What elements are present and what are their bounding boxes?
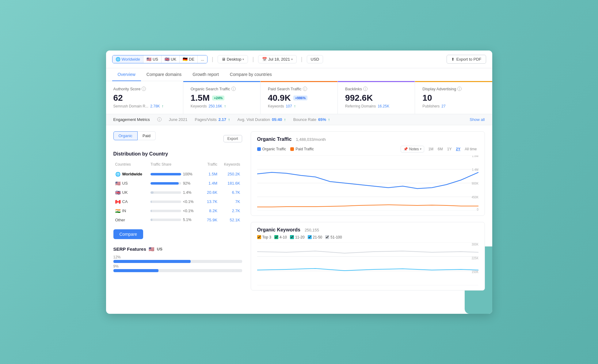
bar-cell: <0.1% <box>149 206 203 216</box>
toolbar: 🌐 Worldwide 🇺🇸 US 🇬🇧 UK 🇩🇪 DE ... | 🖥 D <box>106 51 492 68</box>
svg-text:150K: 150K <box>471 270 478 273</box>
organic-keywords-chart-section: Organic Keywords 250,155 Top 3 4-10 11-2… <box>251 222 485 291</box>
col-countries: Countries <box>113 161 149 170</box>
display-advertising-value: 10 <box>422 93 485 103</box>
worldwide-label: Worldwide <box>122 57 140 62</box>
organic-dot <box>257 147 261 151</box>
ok-4-10: 4-10 <box>274 235 287 239</box>
serp-pct-2: 9% <box>113 264 242 268</box>
globe-icon: 🌐 <box>116 57 120 62</box>
currency-label: USD <box>311 57 319 62</box>
backlinks-info-icon[interactable]: i <box>363 87 368 91</box>
ok-51-100-checkbox[interactable] <box>325 235 329 239</box>
us-flag: 🇺🇸 <box>147 57 151 62</box>
country-name: IN <box>122 208 126 213</box>
currency-selector[interactable]: USD <box>307 55 323 63</box>
chevron-icon: ▾ <box>242 58 244 61</box>
compare-button[interactable]: Compare <box>113 229 143 239</box>
notes-button[interactable]: 📌 Notes ▾ <box>401 146 424 152</box>
date-selector[interactable]: 📅 Jul 18, 2021 ▾ <box>258 55 297 63</box>
country-name: Other <box>115 218 125 222</box>
organic-keywords-svg: 300K 225K 150K <box>257 242 478 285</box>
svg-text:900K: 900K <box>471 182 478 185</box>
keywords-cell: 6.7K <box>219 188 242 197</box>
chart-legend: Organic Traffic Paid Traffic <box>257 147 314 151</box>
dist-table-row: 🇬🇧UK1.4%20.6K6.7K <box>113 188 242 197</box>
filter-de[interactable]: 🇩🇪 DE <box>180 55 198 63</box>
svg-text:1.8M: 1.8M <box>472 156 478 158</box>
organic-keywords-svg-wrap: 300K 225K 150K <box>257 242 478 285</box>
display-advertising-label: Display Advertising i <box>422 87 485 91</box>
filter-uk[interactable]: 🇬🇧 UK <box>162 55 180 63</box>
tab-compare-countries[interactable]: Compare by countries <box>224 68 277 81</box>
paid-info-icon[interactable]: i <box>303 87 307 91</box>
bar-cell: 1.4% <box>149 188 203 197</box>
engagement-bar: Engagement Metrics i June 2021 Pages/Vis… <box>106 114 492 125</box>
ok-21-50-checkbox[interactable] <box>308 235 312 239</box>
tab-compare-domains[interactable]: Compare domains <box>141 68 187 81</box>
nav-tabs: Overview Compare domains Growth report C… <box>106 68 492 81</box>
svg-text:225K: 225K <box>471 256 478 260</box>
filter-group: 🌐 Worldwide 🇺🇸 US 🇬🇧 UK 🇩🇪 DE ... <box>112 55 208 63</box>
country-name: Worldwide <box>122 172 142 176</box>
dist-table-row: 🇺🇸US92%1.4M181.6K <box>113 179 242 188</box>
device-selector[interactable]: 🖥 Desktop ▾ <box>218 55 248 63</box>
metric-backlinks: Backlinks i 992.6K Referring Domains 16.… <box>338 81 415 114</box>
us-label: US <box>153 57 158 62</box>
ok-4-10-checkbox[interactable] <box>274 235 278 239</box>
ok-legend: Top 3 4-10 11-20 21-50 <box>257 235 478 239</box>
avg-visit-metric: Avg. Visit Duration 05:40 ↑ <box>238 117 286 122</box>
filter-us[interactable]: 🇺🇸 US <box>143 55 162 63</box>
paid-badge: +986% <box>293 96 308 100</box>
ok-top3-checkbox[interactable] <box>257 235 261 239</box>
time-6m[interactable]: 6M <box>436 146 444 152</box>
dist-table-row: 🇮🇳IN<0.1%8.2K2.7K <box>113 206 242 216</box>
country-cell: 🇮🇳IN <box>113 206 149 216</box>
show-all-link[interactable]: Show all <box>470 117 485 122</box>
serp-header: SERP Features 🇺🇸 US <box>113 246 242 252</box>
country-cell: 🇺🇸US <box>113 179 149 188</box>
left-panel: Organic Paid Export Distribution by Coun… <box>113 131 242 297</box>
col-traffic: Traffic <box>203 161 219 170</box>
organic-info-icon[interactable]: i <box>231 87 236 91</box>
country-name: UK <box>122 190 128 195</box>
main-card: 🌐 Worldwide 🇺🇸 US 🇬🇧 UK 🇩🇪 DE ... | 🖥 D <box>106 51 492 314</box>
right-panel: Organic Traffic 1,488,033/month Organic … <box>251 131 485 297</box>
ok-11-20-checkbox[interactable] <box>290 235 294 239</box>
time-1m[interactable]: 1M <box>427 146 435 152</box>
tab-paid[interactable]: Paid <box>138 131 156 140</box>
time-1y[interactable]: 1Y <box>446 146 453 152</box>
legend-paid: Paid Traffic <box>290 147 314 151</box>
country-cell: 🌐Worldwide <box>113 170 149 179</box>
distribution-table: Countries Traffic Share Traffic Keywords… <box>113 161 242 224</box>
display-info-icon[interactable]: i <box>457 87 462 91</box>
engagement-info-icon[interactable]: i <box>157 117 162 122</box>
export-pdf-button[interactable]: ⬆ Export to PDF <box>447 55 486 64</box>
de-flag: 🇩🇪 <box>183 57 188 62</box>
organic-search-label: Organic Search Traffic i <box>191 87 253 91</box>
chart-controls: 📌 Notes ▾ 1M 6M 1Y 2Y All time <box>401 146 478 152</box>
organic-keywords-count: 250,155 <box>305 228 319 232</box>
filter-more[interactable]: ... <box>198 55 207 63</box>
country-cell: 🇨🇦CA <box>113 197 149 206</box>
organic-paid-tabs: Organic Paid <box>113 131 156 140</box>
export-button[interactable]: Export <box>223 135 242 142</box>
pages-visits-metric: Pages/Visits 2.17 ↑ <box>195 117 230 122</box>
paid-search-value: 40.9K +986% <box>268 93 330 103</box>
tab-overview[interactable]: Overview <box>112 68 141 81</box>
tab-growth-report[interactable]: Growth report <box>187 68 224 81</box>
time-2y[interactable]: 2Y <box>454 146 462 152</box>
col-keywords: Keywords <box>219 161 242 170</box>
de-label: DE <box>189 57 194 62</box>
country-cell: Other <box>113 216 149 224</box>
authority-info-icon[interactable]: i <box>142 87 146 91</box>
keywords-cell: 250.2K <box>219 170 242 179</box>
serp-bars: 12% 9% <box>113 255 242 272</box>
paid-search-label: Paid Search Traffic i <box>268 87 330 91</box>
filter-worldwide[interactable]: 🌐 Worldwide <box>112 55 143 63</box>
svg-text:0: 0 <box>477 208 478 210</box>
metric-organic-search: Organic Search Traffic i 1.5M +24% Keywo… <box>183 81 261 114</box>
time-all[interactable]: All time <box>463 146 478 152</box>
backlinks-sub: Referring Domains 16.25K <box>345 104 407 108</box>
tab-organic[interactable]: Organic <box>113 131 138 140</box>
